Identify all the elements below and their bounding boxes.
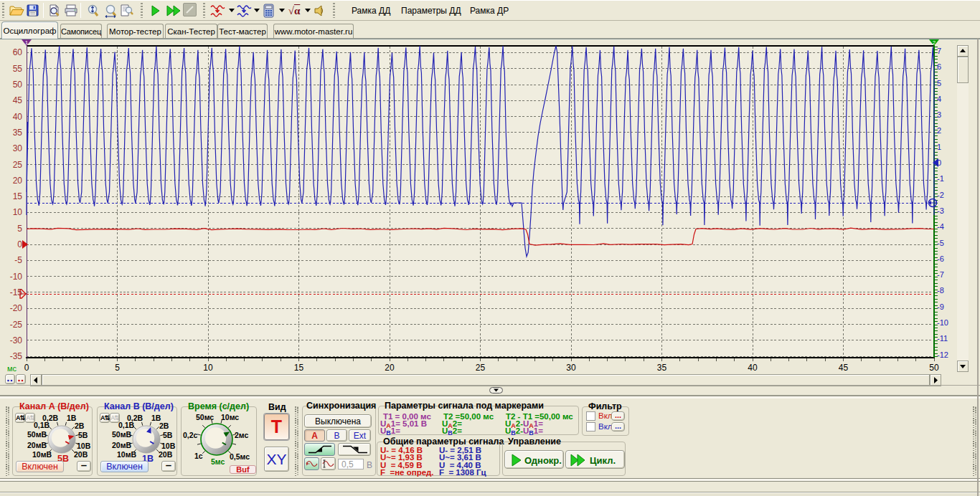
- svg-text:-11: -11: [937, 334, 948, 343]
- svg-text:-15: -15: [10, 287, 23, 297]
- svg-text:25: 25: [476, 363, 486, 373]
- svg-text:35: 35: [657, 363, 667, 373]
- svg-text:-5: -5: [14, 255, 22, 265]
- svg-text:-9: -9: [937, 302, 944, 311]
- svg-text:55: 55: [13, 64, 23, 74]
- svg-text:50: 50: [13, 80, 23, 90]
- svg-text:1: 1: [25, 39, 29, 46]
- svg-text:7: 7: [937, 47, 941, 55]
- svg-text:-30: -30: [10, 335, 23, 345]
- svg-text:30: 30: [566, 363, 576, 373]
- svg-text:4: 4: [937, 95, 941, 103]
- svg-text:15: 15: [13, 191, 23, 201]
- svg-text:0: 0: [937, 158, 941, 167]
- svg-text:-20: -20: [10, 303, 23, 313]
- svg-text:-25: -25: [10, 320, 23, 330]
- svg-text:-1: -1: [937, 174, 944, 183]
- svg-text:-3: -3: [937, 206, 944, 215]
- svg-text:-10: -10: [937, 318, 948, 327]
- svg-text:0: 0: [17, 239, 22, 249]
- svg-text:-5: -5: [937, 239, 944, 247]
- svg-text:5: 5: [937, 79, 941, 87]
- svg-text:0: 0: [24, 363, 29, 373]
- svg-text:5: 5: [17, 224, 22, 234]
- svg-text:20: 20: [385, 363, 395, 373]
- svg-text:-2: -2: [937, 191, 944, 199]
- svg-text:-10: -10: [10, 272, 23, 282]
- svg-text:30: 30: [13, 143, 23, 153]
- svg-text:-35: -35: [10, 351, 23, 361]
- svg-text:3: 3: [937, 110, 941, 119]
- svg-text:-4: -4: [937, 222, 944, 231]
- svg-text:5: 5: [115, 363, 120, 373]
- svg-text:2: 2: [937, 126, 941, 135]
- svg-text:60: 60: [13, 47, 23, 57]
- svg-text:1: 1: [937, 143, 941, 151]
- svg-text:40: 40: [748, 363, 758, 373]
- svg-text:-12: -12: [937, 350, 948, 359]
- svg-text:-8: -8: [937, 286, 944, 295]
- svg-text:45: 45: [13, 95, 23, 105]
- svg-text:35: 35: [13, 128, 23, 138]
- svg-text:50: 50: [929, 363, 939, 373]
- svg-text:45: 45: [839, 363, 849, 373]
- svg-text:20: 20: [13, 176, 23, 186]
- svg-text:10: 10: [203, 363, 213, 373]
- svg-text:-6: -6: [937, 254, 944, 263]
- svg-text:40: 40: [13, 112, 23, 122]
- svg-text:-7: -7: [937, 270, 944, 279]
- svg-text:2: 2: [933, 39, 936, 46]
- svg-text:25: 25: [13, 160, 23, 170]
- svg-text:10: 10: [13, 207, 23, 217]
- svg-text:15: 15: [294, 363, 304, 373]
- svg-text:6: 6: [937, 62, 941, 71]
- svg-text:мс: мс: [7, 364, 17, 373]
